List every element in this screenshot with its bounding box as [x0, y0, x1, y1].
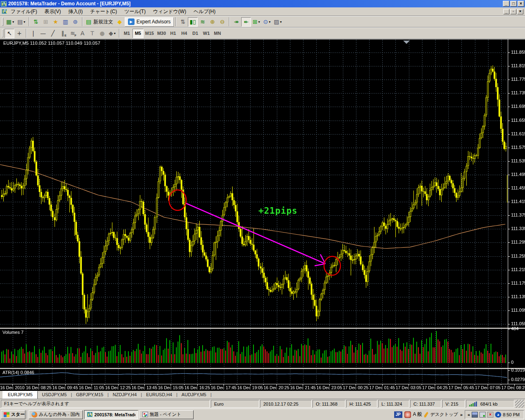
time-tick-label: 16 Dec 2010 [0, 385, 25, 390]
timeframe-m15-button[interactable]: M15 [144, 29, 155, 38]
task-button-firefox[interactable]: みんなの外為 - 国内最... [29, 410, 83, 419]
new-chart-button[interactable]: ▦▾ [5, 17, 16, 27]
favorites-button[interactable]: ★ [51, 17, 61, 27]
menu-item-0[interactable]: ファイル(F) [7, 7, 41, 16]
cursor-button[interactable]: ↖ [5, 29, 14, 38]
crosshair-button[interactable]: + [14, 29, 24, 38]
ime-mode-indicator[interactable]: A 般 [413, 411, 422, 418]
arrows-button[interactable]: ◆▾ [107, 29, 117, 38]
equidistant-channel-icon: ∥ [62, 30, 64, 36]
equidistant-channel-button[interactable]: ∥E [58, 29, 68, 38]
resize-grip[interactable] [515, 400, 524, 408]
expert-advisors-button[interactable]: ▶Expert Advisors [125, 17, 174, 27]
new-chart-icon: ▦ [6, 19, 11, 25]
fibonacci-button[interactable]: ≋F [68, 29, 78, 38]
price-tick-label: 111.335 [511, 226, 525, 231]
toolbar-grip[interactable] [2, 29, 3, 37]
market-watch-button[interactable]: ⇅ [31, 17, 41, 27]
alerts-button[interactable]: ◆ [115, 17, 125, 27]
task-button-metatrader[interactable]: 2001578: MetaTrade... [84, 410, 138, 419]
new-chart-dropdown-icon[interactable]: ▾ [12, 20, 14, 24]
chart-tab-1[interactable]: GBPJPY,M15 [72, 391, 107, 399]
menu-item-3[interactable]: チャート(C) [87, 7, 121, 16]
price-tick-label: 111.815 [511, 63, 525, 68]
timeframe-h4-button[interactable]: H4 [179, 29, 190, 38]
time-tick-label: 16 Dec 23:05 [317, 385, 342, 390]
chart-shift-button[interactable]: ↞ [241, 17, 251, 27]
indicators-list-dropdown-icon[interactable]: ▾ [258, 20, 260, 24]
disconnected-tray-icon[interactable]: × [487, 412, 493, 418]
timeframe-d1-button[interactable]: D1 [190, 29, 201, 38]
periods-button[interactable]: ⊙▾ [262, 17, 272, 27]
chart-area: EURJPY,M5 110.052 110.057 110.049 110.05… [0, 39, 525, 391]
timeframe-mn-button[interactable]: MN [212, 29, 223, 38]
mdi-restore-button[interactable]: ▫ [510, 9, 516, 14]
updater-tray-icon[interactable]: a [495, 412, 501, 418]
system-tray: « × a 8:50 PM [465, 410, 524, 419]
timeframe-h1-button[interactable]: H1 [168, 29, 179, 38]
auto-scroll-button[interactable]: ↠ [231, 17, 241, 27]
taskbar-clock[interactable]: 8:50 PM [503, 412, 521, 417]
menu-item-6[interactable]: ヘルプ(H) [190, 7, 219, 16]
timeframe-m5-button[interactable]: M5 [132, 29, 144, 38]
price-tick-label: 111.455 [511, 185, 525, 190]
chart-line-button[interactable]: ≋ [198, 17, 208, 27]
menu-item-2[interactable]: 挿入(I) [64, 7, 86, 16]
chart-tab-0[interactable]: USDJPY,M5 [38, 391, 71, 399]
trendline-button[interactable]: ╱ [48, 29, 58, 38]
mdi-minimize-button[interactable]: _ [503, 9, 509, 14]
data-window-button[interactable]: ▥ [61, 17, 71, 27]
horizontal-line-button[interactable]: — [38, 29, 48, 38]
task-button-paint[interactable]: 無題 - ペイント [139, 410, 194, 419]
mdi-close-button[interactable]: × [517, 9, 523, 14]
indicators-list-button[interactable]: ⊞▾ [251, 17, 262, 27]
indicator-tick-label: 0 [511, 360, 514, 365]
navigator-button[interactable]: ⊞ [41, 17, 51, 27]
menu-item-5[interactable]: ウィンドウ(W) [149, 7, 190, 16]
toolbar-grip[interactable] [2, 18, 3, 26]
minimize-button[interactable]: _ [503, 1, 509, 7]
menu-item-4[interactable]: ツール(T) [121, 7, 149, 16]
tray-collapse-chevron[interactable]: « [468, 412, 470, 417]
vertical-line-button[interactable]: | [28, 29, 38, 38]
new-order-button[interactable]: ▤新規注文 [84, 17, 115, 27]
periods-dropdown-icon[interactable]: ▾ [269, 20, 271, 24]
ellipse-button[interactable]: ● [97, 29, 107, 38]
timeframe-w1-button[interactable]: W1 [201, 29, 212, 38]
chart-bars-button[interactable]: ⇅ [178, 17, 188, 27]
ime-pen-icon[interactable] [424, 412, 428, 418]
ime-tool-icon[interactable] [404, 411, 411, 418]
chart-tab-2[interactable]: NZDJPY,H4 [109, 391, 141, 399]
desktop-toolbar-label[interactable]: デスクトップ [430, 411, 458, 418]
close-button[interactable]: × [518, 1, 524, 7]
timeframe-m1-button[interactable]: M1 [121, 29, 132, 38]
status-bar: F1キーでヘルプが表示されます Euro 2010.12.17 02:25 O:… [0, 399, 525, 409]
chart-candles-button[interactable]: ▮▯ [188, 17, 198, 27]
strategy-tester-button[interactable]: ⊚ [71, 17, 80, 27]
chart-tab-active[interactable]: EURJPY,M5 [2, 391, 38, 399]
strategy-tester-icon: ⊚ [73, 19, 78, 25]
zoom-out-button[interactable]: ⊖ [217, 17, 227, 27]
menu-bar: ファイル(F)表示(V)挿入(I)チャート(C)ツール(T)ウィンドウ(W)ヘル… [0, 7, 525, 16]
text-label-button[interactable]: T [87, 29, 97, 38]
text-button[interactable]: A [78, 29, 87, 38]
start-button[interactable]: スタート [1, 410, 25, 419]
open-profiles-button[interactable]: ▤▾ [16, 17, 27, 27]
zoom-in-button[interactable]: ⊕ [208, 17, 217, 27]
templates-button[interactable]: ▨▾ [272, 17, 283, 27]
desktop-expand-chevron[interactable]: » [460, 412, 463, 417]
printer-tray-icon[interactable] [479, 412, 486, 418]
open-profiles-dropdown-icon[interactable]: ▾ [23, 20, 25, 24]
firefox-icon [32, 412, 37, 418]
chart-tab-4[interactable]: AUDJPY,M5 [178, 391, 210, 399]
ime-language-badge[interactable]: JP [394, 411, 402, 418]
arrows-dropdown-icon[interactable]: ▾ [114, 32, 116, 35]
menu-item-1[interactable]: 表示(V) [41, 7, 64, 16]
status-traffic: 684/1 kb [480, 402, 498, 406]
expert-advisors-label: Expert Advisors [137, 19, 171, 25]
timeframe-m30-button[interactable]: M30 [155, 29, 167, 38]
maximize-button[interactable]: □ [510, 1, 517, 7]
network-tray-icon[interactable] [472, 412, 478, 418]
templates-dropdown-icon[interactable]: ▾ [280, 20, 282, 24]
chart-tab-3[interactable]: EURUSD,H4 [142, 391, 176, 399]
